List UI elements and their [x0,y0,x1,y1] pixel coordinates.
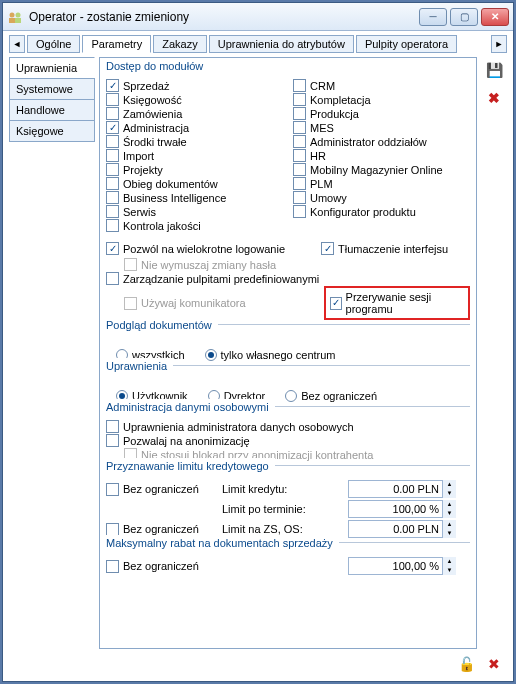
module-kontrola-jakości[interactable]: Kontrola jakości [106,219,283,232]
checkbox-icon [106,177,119,190]
credit-overdue-input[interactable] [348,500,456,518]
tab-zakazy[interactable]: Zakazy [153,35,206,53]
tab-pulpity[interactable]: Pulpity operatora [356,35,457,53]
label: Umowy [310,192,347,204]
credit-limit-label: Limit kredytu: [222,483,342,495]
chk-credit-unlimited1[interactable]: Bez ograniczeń [106,483,199,496]
svg-point-0 [10,12,15,17]
discount-input[interactable] [348,557,456,575]
module-zamówienia[interactable]: Zamówienia [106,107,283,120]
label: Zarządzanie pulpitami predefiniowanymi [123,273,319,285]
svg-rect-2 [9,18,15,23]
delete-button[interactable]: ✖ [483,87,505,109]
spinner[interactable]: ▲▼ [442,500,456,518]
sidetab-systemowe[interactable]: Systemowe [9,78,95,100]
operator-window: Operator - zostanie zmieniony ─ ▢ ✕ ◄ Og… [2,2,514,682]
module-produkcja[interactable]: Produkcja [293,107,470,120]
right-toolbar: 💾 ✖ [481,57,507,649]
label: Business Intelligence [123,192,226,204]
module-mobilny-magazynier-online[interactable]: Mobilny Magazynier Online [293,163,470,176]
label: Produkcja [310,108,359,120]
chk-admin-personal-data[interactable]: Uprawnienia administratora danych osobow… [106,420,470,433]
svg-point-1 [16,12,21,17]
chk-translate[interactable]: Tłumaczenie interfejsu [321,242,448,255]
spinner[interactable]: ▲▼ [442,480,456,498]
checkbox-icon [106,242,119,255]
module-projekty[interactable]: Projekty [106,163,283,176]
checkbox-icon [293,135,306,148]
sidetab-handlowe[interactable]: Handlowe [9,99,95,121]
module-administracja[interactable]: Administracja [106,121,283,134]
module-hr[interactable]: HR [293,149,470,162]
checkbox-icon [293,93,306,106]
checkbox-icon [321,242,334,255]
lock-button[interactable]: 🔓 [455,653,477,675]
chk-multi-login[interactable]: Pozwól na wielokrotne logowanie [106,242,285,255]
label: HR [310,150,326,162]
checkbox-icon [293,205,306,218]
label: Używaj komunikatora [141,297,246,309]
module-środki-trwałe[interactable]: Środki trwałe [106,135,283,148]
tab-scroll-left[interactable]: ◄ [9,35,25,53]
module-crm[interactable]: CRM [293,79,470,92]
checkbox-icon [293,121,306,134]
tab-parametry[interactable]: Parametry [82,35,151,53]
minimize-button[interactable]: ─ [419,8,447,26]
svg-rect-3 [15,18,21,23]
label: Pozwalaj na anonimizację [123,435,250,447]
module-business-intelligence[interactable]: Business Intelligence [106,191,283,204]
module-sprzedaż[interactable]: Sprzedaż [106,79,283,92]
tab-uprawnienia-atryb[interactable]: Uprawnienia do atrybutów [209,35,354,53]
spinner[interactable]: ▲▼ [442,557,456,575]
chk-no-force-pw: Nie wymuszaj zmiany hasła [124,258,470,271]
radio-doc-own[interactable]: tylko własnego centrum [205,349,336,361]
module-plm[interactable]: PLM [293,177,470,190]
label: Kontrola jakości [123,220,201,232]
module-import[interactable]: Import [106,149,283,162]
module-konfigurator-produktu[interactable]: Konfigurator produktu [293,205,470,218]
label: CRM [310,80,335,92]
chk-discount-unlimited[interactable]: Bez ograniczeń [106,560,199,573]
checkbox-icon [106,523,119,536]
close2-button[interactable]: ✖ [483,653,505,675]
radio-perm-nolimit[interactable]: Bez ograniczeń [285,390,377,402]
tab-ogolne[interactable]: Ogólne [27,35,80,53]
credit-zs-input[interactable] [348,520,456,538]
checkbox-icon [106,420,119,433]
module-umowy[interactable]: Umowy [293,191,470,204]
module-kompletacja[interactable]: Kompletacja [293,93,470,106]
chk-interrupt-session[interactable]: Przerywanie sesji programu [330,291,464,315]
module-księgowość[interactable]: Księgowość [106,93,283,106]
sidetab-ksiegowe[interactable]: Księgowe [9,120,95,142]
chk-credit-unlimited2[interactable]: Bez ograniczeń [106,523,199,536]
credit-limit-input[interactable] [348,480,456,498]
label: Obieg dokumentów [123,178,218,190]
spinner[interactable]: ▲▼ [442,520,456,538]
chk-allow-anon[interactable]: Pozwalaj na anonimizację [106,434,470,447]
chk-manage-desktops[interactable]: Zarządzanie pulpitami predefiniowanymi [106,272,470,285]
close-button[interactable]: ✕ [481,8,509,26]
label: Pozwól na wielokrotne logowanie [123,243,285,255]
maximize-button[interactable]: ▢ [450,8,478,26]
label: Księgowość [123,94,182,106]
group-discount-title: Maksymalny rabat na dokumentach sprzedaż… [106,535,339,549]
sidetab-uprawnienia[interactable]: Uprawnienia [9,57,95,79]
module-administrator-oddziałów[interactable]: Administrator oddziałów [293,135,470,148]
group-modules-title: Dostęp do modułów [106,58,209,72]
checkbox-icon [293,177,306,190]
save-button[interactable]: 💾 [483,59,505,81]
module-obieg-dokumentów[interactable]: Obieg dokumentów [106,177,283,190]
titlebar: Operator - zostanie zmieniony ─ ▢ ✕ [3,3,513,31]
checkbox-icon [293,163,306,176]
credit-overdue-label: Limit po terminie: [222,503,342,515]
label: Serwis [123,206,156,218]
checkbox-icon [293,191,306,204]
module-serwis[interactable]: Serwis [106,205,283,218]
side-tabs: Uprawnienia Systemowe Handlowe Księgowe [9,57,95,649]
tab-scroll-right[interactable]: ► [491,35,507,53]
group-personal-data-title: Administracja danymi osobowymi [106,399,275,413]
module-mes[interactable]: MES [293,121,470,134]
checkbox-icon [330,297,342,310]
checkbox-icon [106,434,119,447]
label: Tłumaczenie interfejsu [338,243,448,255]
